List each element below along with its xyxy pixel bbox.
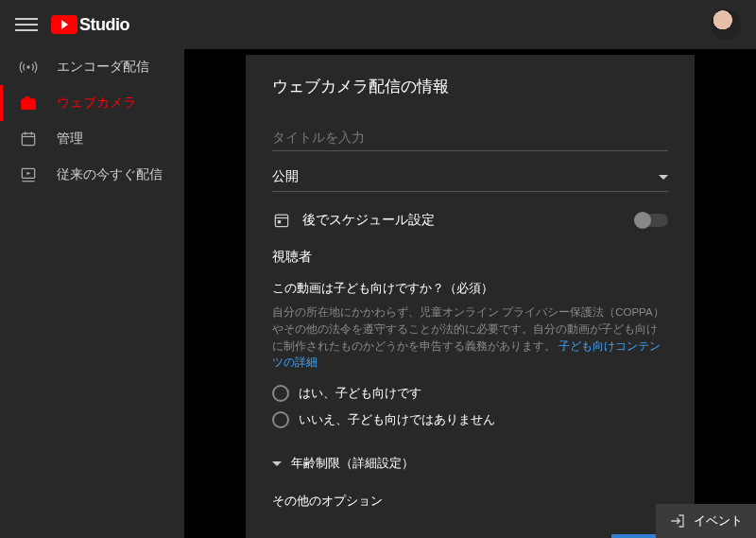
audience-question: この動画は子ども向けですか？（必須） xyxy=(272,281,668,297)
sidebar-item-label: エンコーダ配信 xyxy=(57,59,149,76)
event-button[interactable]: イベント xyxy=(656,504,756,538)
sidebar-item-legacy[interactable]: 従来の今すぐ配信 xyxy=(0,157,184,193)
panel-title: ウェブカメラ配信の情報 xyxy=(272,76,668,97)
sidebar-item-encoder[interactable]: エンコーダ配信 xyxy=(0,49,184,85)
sidebar-item-webcam[interactable]: ウェブカメラ xyxy=(0,85,184,121)
legacy-stream-icon xyxy=(19,165,38,184)
age-restriction-expander[interactable]: 年齢制限（詳細設定） xyxy=(272,455,668,472)
sidebar-item-label: 管理 xyxy=(57,130,83,148)
radio-icon xyxy=(272,385,289,402)
sidebar: エンコーダ配信 ウェブカメラ 管理 従来の今すぐ配信 xyxy=(0,49,184,538)
header-left: Studio xyxy=(15,13,129,36)
svg-rect-9 xyxy=(275,215,287,227)
menu-icon[interactable] xyxy=(15,13,38,36)
radio-label: はい、子ども向けです xyxy=(299,385,421,402)
svg-rect-4 xyxy=(22,133,34,146)
other-options-label: その他のオプション xyxy=(272,493,668,510)
radio-no-kids[interactable]: いいえ、子ども向けではありません xyxy=(272,411,668,428)
visibility-dropdown[interactable]: 公開 xyxy=(272,168,668,192)
radio-icon xyxy=(272,411,289,428)
audience-section-label: 視聴者 xyxy=(272,249,668,266)
stream-info-panel: ウェブカメラ配信の情報 公開 後でスケジュール設定 視聴者 この動画は子ども向け… xyxy=(246,55,695,538)
avatar[interactable] xyxy=(711,9,741,40)
svg-point-0 xyxy=(26,65,29,68)
schedule-label: 後でスケジュール設定 xyxy=(302,212,435,229)
stream-title-input[interactable] xyxy=(272,124,668,151)
svg-rect-11 xyxy=(278,220,281,223)
svg-point-2 xyxy=(26,101,32,108)
camera-icon xyxy=(19,94,38,113)
youtube-studio-logo[interactable]: Studio xyxy=(51,15,129,35)
radio-label: いいえ、子ども向けではありません xyxy=(299,411,495,428)
audience-fineprint: 自分の所在地にかかわらず、児童オンライン プライバシー保護法（COPPA）やその… xyxy=(272,304,668,372)
youtube-play-icon xyxy=(51,15,77,34)
panel-footer: 次へ xyxy=(272,534,668,538)
sidebar-item-label: 従来の今すぐ配信 xyxy=(57,166,163,183)
age-restriction-label: 年齢制限（詳細設定） xyxy=(291,455,414,472)
schedule-toggle[interactable] xyxy=(636,214,668,227)
schedule-row: 後でスケジュール設定 xyxy=(272,211,668,230)
logo-text: Studio xyxy=(79,15,129,35)
svg-rect-3 xyxy=(26,96,29,99)
chevron-down-icon xyxy=(659,175,668,180)
event-label: イベント xyxy=(694,512,743,529)
broadcast-icon xyxy=(19,58,38,77)
schedule-left: 後でスケジュール設定 xyxy=(272,211,435,230)
exit-icon xyxy=(669,512,686,529)
radio-yes-kids[interactable]: はい、子ども向けです xyxy=(272,385,668,402)
visibility-label: 公開 xyxy=(272,168,299,185)
header: Studio xyxy=(0,0,756,49)
sidebar-item-manage[interactable]: 管理 xyxy=(0,121,184,157)
sidebar-item-label: ウェブカメラ xyxy=(57,95,136,112)
chevron-down-icon xyxy=(272,461,282,466)
calendar-icon xyxy=(272,211,291,230)
main: ウェブカメラ配信の情報 公開 後でスケジュール設定 視聴者 この動画は子ども向け… xyxy=(184,49,756,538)
calendar-icon xyxy=(19,130,38,148)
